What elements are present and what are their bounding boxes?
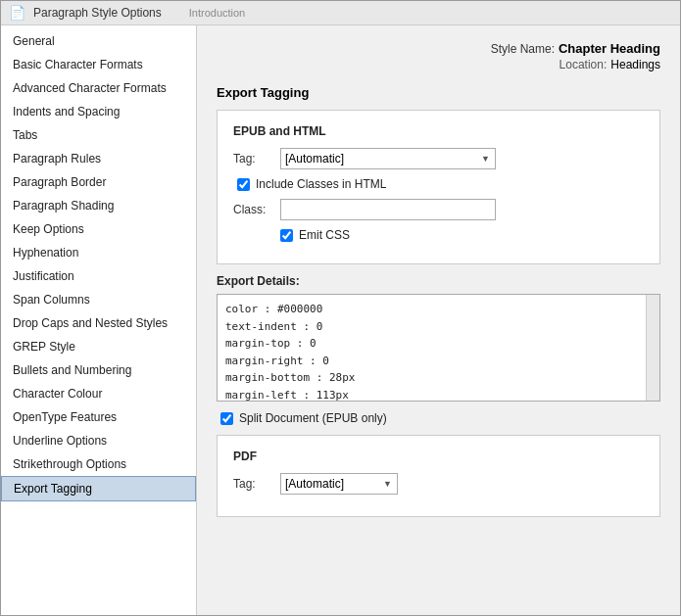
location-row: Location: Headings — [217, 58, 660, 71]
sidebar-item-grep[interactable]: GREP Style — [1, 335, 196, 358]
epub-html-title: EPUB and HTML — [233, 124, 644, 138]
export-detail-line-6: margin-left : 113px — [225, 387, 636, 402]
emit-css-checkbox[interactable] — [280, 229, 293, 242]
split-doc-row: Split Document (EPUB only) — [217, 411, 660, 425]
export-details-scrollbar[interactable] — [646, 295, 659, 401]
epub-tag-select-wrapper: [Automatic]divph1h2h3h4h5h6span — [280, 148, 496, 169]
export-details-content: color : #000000 text-indent : 0 margin-t… — [225, 301, 652, 402]
sidebar-item-char-colour[interactable]: Character Colour — [1, 382, 196, 405]
sidebar-item-hyphenation[interactable]: Hyphenation — [1, 241, 196, 264]
split-doc-label: Split Document (EPUB only) — [239, 411, 387, 425]
sidebar-item-keep-options[interactable]: Keep Options — [1, 217, 196, 241]
epub-html-panel: EPUB and HTML Tag: [Automatic]divph1h2h3… — [217, 110, 660, 264]
main-window: 📄 Paragraph Style Options Introduction G… — [0, 0, 681, 616]
pdf-tag-select-wrapper: [Automatic]divph1h2h3Artifact — [280, 473, 398, 495]
pdf-panel: PDF Tag: [Automatic]divph1h2h3Artifact — [217, 435, 660, 517]
pdf-tag-row: Tag: [Automatic]divph1h2h3Artifact — [233, 473, 644, 495]
export-details-section: Export Details: color : #000000 text-ind… — [217, 274, 660, 402]
pdf-tag-select[interactable]: [Automatic]divph1h2h3Artifact — [280, 473, 398, 495]
export-detail-line-1: color : #000000 — [225, 301, 636, 318]
export-details-box[interactable]: color : #000000 text-indent : 0 margin-t… — [217, 294, 660, 402]
export-details-label: Export Details: — [217, 274, 660, 288]
content-area: GeneralBasic Character FormatsAdvanced C… — [1, 25, 680, 615]
window-icon: 📄 — [9, 5, 25, 21]
sidebar-item-basic-char[interactable]: Basic Character Formats — [1, 53, 196, 76]
epub-tag-label: Tag: — [233, 152, 272, 166]
sidebar-item-export-tagging[interactable]: Export Tagging — [1, 476, 196, 501]
include-classes-checkbox[interactable] — [237, 178, 250, 191]
location-label: Location: — [559, 58, 608, 71]
window-title: Paragraph Style Options — [33, 6, 162, 20]
sidebar-item-drop-caps[interactable]: Drop Caps and Nested Styles — [1, 311, 196, 335]
emit-css-label: Emit CSS — [299, 228, 350, 242]
sidebar-item-strikethrough[interactable]: Strikethrough Options — [1, 452, 196, 476]
export-detail-line-3: margin-top : 0 — [225, 335, 636, 353]
main-panel: Style Name: Chapter Heading Location: He… — [197, 25, 680, 615]
sidebar-item-span-columns[interactable]: Span Columns — [1, 288, 196, 311]
split-doc-checkbox[interactable] — [220, 412, 233, 425]
export-detail-line-4: margin-right : 0 — [225, 353, 636, 370]
style-name-value: Chapter Heading — [559, 41, 660, 56]
sidebar-item-general[interactable]: General — [1, 29, 196, 53]
breadcrumb: Introduction — [189, 7, 245, 19]
include-classes-row: Include Classes in HTML — [233, 177, 644, 191]
sidebar-item-advanced-char[interactable]: Advanced Character Formats — [1, 76, 196, 100]
epub-tag-row: Tag: [Automatic]divph1h2h3h4h5h6span — [233, 148, 644, 169]
sidebar-item-para-shading[interactable]: Paragraph Shading — [1, 194, 196, 217]
include-classes-label: Include Classes in HTML — [256, 177, 386, 191]
pdf-title: PDF — [233, 450, 644, 463]
style-name-label: Style Name: — [491, 42, 555, 56]
sidebar-item-bullets[interactable]: Bullets and Numbering — [1, 358, 196, 382]
titlebar: 📄 Paragraph Style Options Introduction — [1, 1, 680, 25]
export-tagging-heading: Export Tagging — [217, 85, 660, 100]
sidebar-item-justification[interactable]: Justification — [1, 264, 196, 288]
sidebar-item-underline[interactable]: Underline Options — [1, 429, 196, 452]
pdf-tag-label: Tag: — [233, 477, 272, 491]
style-header-row: Style Name: Chapter Heading — [217, 41, 660, 56]
location-value: Headings — [610, 58, 660, 71]
emit-css-row: Emit CSS — [233, 228, 644, 242]
class-row: Class: — [233, 199, 644, 220]
sidebar-item-tabs[interactable]: Tabs — [1, 123, 196, 147]
sidebar-item-indents[interactable]: Indents and Spacing — [1, 100, 196, 123]
sidebar-item-opentype[interactable]: OpenType Features — [1, 405, 196, 429]
class-input[interactable] — [280, 199, 496, 220]
sidebar-item-para-border[interactable]: Paragraph Border — [1, 170, 196, 194]
sidebar-item-para-rules[interactable]: Paragraph Rules — [1, 147, 196, 170]
export-detail-line-5: margin-bottom : 28px — [225, 369, 636, 387]
epub-tag-select[interactable]: [Automatic]divph1h2h3h4h5h6span — [280, 148, 496, 169]
sidebar: GeneralBasic Character FormatsAdvanced C… — [1, 25, 197, 615]
class-label: Class: — [233, 203, 272, 216]
export-detail-line-2: text-indent : 0 — [225, 318, 636, 336]
